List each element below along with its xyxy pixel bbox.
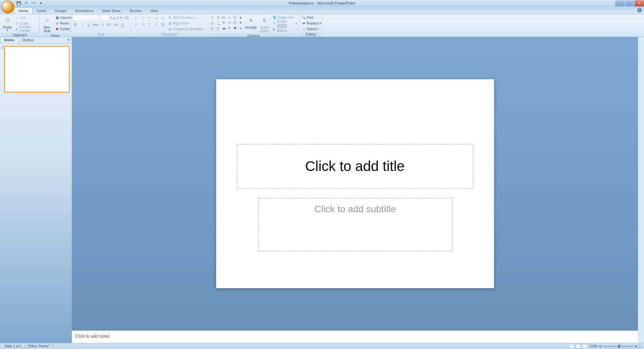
shape-plus-icon[interactable]: ✚	[232, 26, 238, 31]
slide-thumbnail[interactable]	[4, 46, 70, 93]
shape-rrect-icon[interactable]: ▢	[232, 15, 238, 20]
scroll-up-icon[interactable]: ▴	[238, 15, 243, 20]
numbering-icon[interactable]: ⒈	[140, 15, 146, 21]
tab-view[interactable]: View	[146, 7, 163, 14]
zoom-level: 110%	[589, 344, 598, 348]
text-direction-button[interactable]: ⇅Text Direction▾	[167, 15, 205, 20]
tab-review[interactable]: Review	[125, 7, 146, 14]
quick-styles-button[interactable]: ◧Quick Styles	[258, 15, 270, 34]
arrange-button[interactable]: ⧉Arrange	[244, 15, 257, 30]
replace-button[interactable]: ⇄Replace▾	[301, 20, 322, 26]
case-icon[interactable]: Aa	[113, 21, 119, 28]
minimize-button[interactable]: ─	[615, 0, 625, 6]
shape-arrow2-icon[interactable]: ⇨	[227, 20, 232, 25]
shape-tri-icon[interactable]: △	[209, 20, 215, 25]
brush-icon: 🖌	[15, 27, 19, 31]
maximize-button[interactable]: □	[625, 0, 634, 6]
shape-effects-button[interactable]: ◐Shape Effects▾	[271, 26, 298, 32]
group-editing: 🔍Find ⇄Replace▾ ⬚Select▾ Editing	[299, 14, 322, 37]
shapes-gallery[interactable]: ＼ ↘ ▭ ○ ▢ ▴ △ ⎿ ∿ ⇨ ⬡ ▾ { } ☁ ☆ ✚ ≡	[209, 15, 243, 31]
find-button[interactable]: 🔍Find	[301, 15, 322, 20]
editing-group-label: Editing	[301, 32, 320, 37]
close-button[interactable]: ✕	[635, 0, 644, 6]
new-slide-button[interactable]: ▭ New Slide	[41, 15, 53, 34]
replace-icon: ⇄	[301, 21, 306, 26]
outline-icon: ✎	[272, 21, 276, 26]
title-placeholder[interactable]: Click to add title	[237, 144, 473, 188]
font-color-icon[interactable]: A	[119, 21, 126, 28]
undo-icon[interactable]: ↶	[23, 1, 29, 6]
shape-arrow-icon[interactable]: ↘	[215, 15, 220, 20]
sorter-view-icon[interactable]	[576, 344, 581, 349]
italic-icon[interactable]: I	[79, 21, 85, 28]
bold-icon[interactable]: B	[72, 21, 79, 28]
outdent-icon[interactable]: ⇤	[146, 15, 152, 21]
slideshow-view-icon[interactable]	[582, 344, 588, 349]
shape-cloud-icon[interactable]: ☁	[221, 26, 226, 31]
outline-tab[interactable]: Outline	[18, 37, 37, 43]
bullets-icon[interactable]: ≡	[133, 15, 139, 21]
align-center-icon[interactable]: ≡	[140, 21, 146, 27]
shape-line-icon[interactable]: ＼	[209, 15, 215, 20]
gallery-more-icon[interactable]: ≡	[238, 26, 243, 31]
paste-button[interactable]: 📋 Paste ▾	[1, 15, 13, 33]
align-left-icon[interactable]: ≡	[133, 21, 139, 27]
select-button[interactable]: ⬚Select▾	[301, 26, 322, 32]
delete-button[interactable]: ✖Delete	[54, 26, 73, 32]
font-name-input[interactable]	[72, 15, 99, 21]
shape-rect-icon[interactable]: ▭	[221, 15, 226, 20]
line-spacing-icon[interactable]: ‡	[160, 15, 166, 21]
align-right-icon[interactable]: ≡	[146, 21, 152, 27]
strike-icon[interactable]: abc	[93, 21, 99, 28]
shape-brace2-icon[interactable]: }	[215, 26, 220, 31]
tab-home[interactable]: Home	[14, 7, 33, 14]
redo-icon[interactable]: ↷	[31, 1, 36, 6]
shadow-icon[interactable]: S	[99, 21, 105, 28]
justify-icon[interactable]: ≡	[153, 21, 159, 27]
clear-format-icon[interactable]: ⌫	[123, 15, 130, 21]
shrink-font-icon[interactable]: A▼	[117, 15, 123, 21]
zoom-slider[interactable]	[603, 346, 633, 347]
align-text-button[interactable]: ▤Align Text▾	[167, 20, 205, 26]
vertical-scrollbar[interactable]	[638, 37, 644, 343]
format-painter-button[interactable]: 🖌Format Painter	[14, 26, 38, 32]
help-icon[interactable]: ?	[637, 8, 642, 12]
window-title: Presentation1 - Microsoft PowerPoint	[289, 1, 355, 6]
arrange-icon: ⧉	[246, 15, 256, 25]
shape-elbow-icon[interactable]: ⎿	[215, 20, 220, 25]
slides-tab[interactable]: Slides	[0, 37, 18, 43]
notes-pane[interactable]: Click to add notes	[72, 330, 638, 343]
zoom-out-icon[interactable]: ⊖	[599, 344, 602, 348]
qat-customize-icon[interactable]: ▾	[38, 1, 44, 6]
columns-icon[interactable]: ▥	[160, 21, 166, 27]
subtitle-placeholder[interactable]: Click to add subtitle	[258, 198, 453, 251]
zoom-in-icon[interactable]: ⊕	[635, 344, 637, 348]
tab-animations[interactable]: Animations	[71, 7, 98, 14]
shape-oval-icon[interactable]: ○	[227, 15, 232, 20]
text-direction-icon: ⇅	[167, 15, 172, 20]
tab-design[interactable]: Design	[51, 7, 71, 14]
cut-button[interactable]: ✂Cut	[14, 15, 38, 20]
smartart-button[interactable]: ◈Convert to SmartArt▾	[167, 26, 205, 32]
panel-close-icon[interactable]: ✕	[67, 38, 70, 42]
slide-canvas[interactable]: Click to add title Click to add subtitle	[216, 79, 494, 288]
scroll-down-icon[interactable]: ▾	[238, 20, 243, 25]
font-size-input[interactable]	[99, 15, 109, 21]
spacing-icon[interactable]: AV	[106, 21, 112, 28]
grow-font-icon[interactable]: A▲	[110, 15, 116, 21]
shape-curve-icon[interactable]: ∿	[221, 20, 226, 25]
indent-icon[interactable]: ⇥	[153, 15, 159, 21]
shape-hex-icon[interactable]: ⬡	[232, 20, 238, 25]
tab-slideshow[interactable]: Slide Show	[98, 7, 125, 14]
reset-icon: ↺	[55, 21, 59, 26]
shape-brace-icon[interactable]: {	[209, 26, 215, 31]
reset-button[interactable]: ↺Reset	[54, 20, 73, 26]
office-button[interactable]	[1, 1, 14, 13]
underline-icon[interactable]: U	[86, 21, 92, 28]
normal-view-icon[interactable]	[569, 344, 574, 349]
tab-insert[interactable]: Insert	[33, 7, 51, 14]
shape-star-icon[interactable]: ☆	[227, 26, 232, 31]
fit-window-icon[interactable]: ⛶	[639, 344, 642, 348]
layout-button[interactable]: ▦Layout▾	[54, 15, 73, 20]
save-icon[interactable]: 💾	[16, 1, 21, 6]
